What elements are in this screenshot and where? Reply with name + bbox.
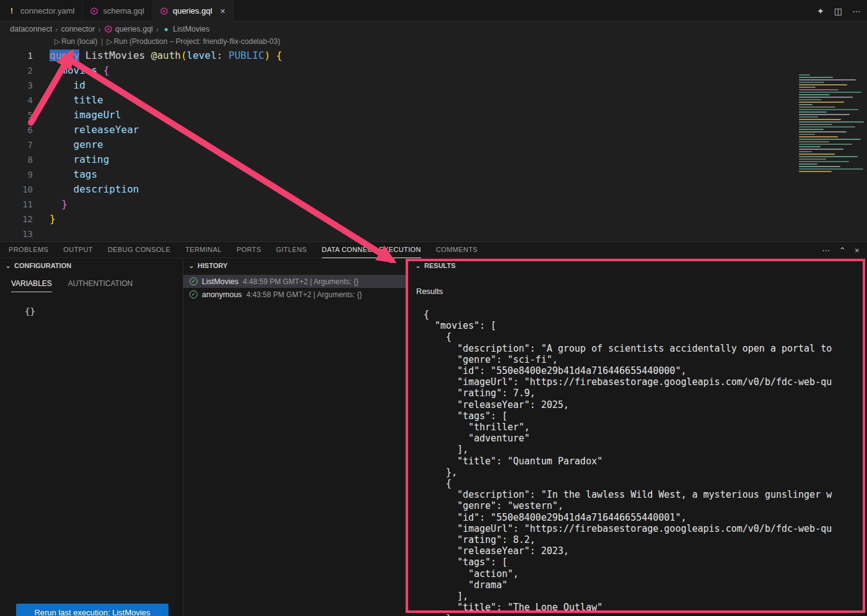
- split-editor-icon[interactable]: ◫: [834, 6, 842, 16]
- operation-icon: ◆: [162, 25, 170, 33]
- panel-close-icon[interactable]: ×: [855, 246, 860, 255]
- code-line: 6 releaseYear: [0, 123, 867, 137]
- tabs: !connector.yamlschema.gqlqueries.gql×: [0, 0, 233, 21]
- panel-actions: ⋯ ⌃ ×: [822, 242, 860, 258]
- minimap-line: [799, 99, 821, 100]
- history-header[interactable]: ⌄ HISTORY: [183, 258, 406, 273]
- tab-schema.gql[interactable]: schema.gql: [82, 0, 152, 22]
- code-text: id: [35, 78, 85, 93]
- panel-tab-output[interactable]: OUTPUT: [63, 242, 93, 258]
- panel-tab-ports[interactable]: PORTS: [237, 242, 261, 258]
- minimap-line: [799, 84, 847, 85]
- line-number: 2: [0, 63, 35, 78]
- panel-tab-comments[interactable]: COMMENTS: [436, 242, 477, 258]
- results-header[interactable]: ⌄ RESULTS: [406, 258, 867, 273]
- minimap-line: [799, 171, 832, 172]
- breadcrumb-item-connector[interactable]: connector: [61, 25, 95, 33]
- check-circle-icon: ✓: [190, 290, 198, 298]
- tab-bar: !connector.yamlschema.gqlqueries.gql× ✦ …: [0, 0, 867, 22]
- panel-tab-bar: PROBLEMSOUTPUTDEBUG CONSOLETERMINALPORTS…: [0, 242, 867, 258]
- panel-more-icon[interactable]: ⋯: [822, 246, 830, 255]
- tab-label: queries.gql: [173, 6, 212, 15]
- code-text: releaseYear: [35, 123, 139, 137]
- breadcrumb-label: connector: [61, 25, 95, 33]
- line-number: 10: [0, 182, 35, 197]
- tab-authentication[interactable]: AUTHENTICATION: [68, 279, 133, 292]
- vscode-window: !connector.yamlschema.gqlqueries.gql× ✦ …: [0, 0, 867, 616]
- variables-editor[interactable]: {}: [25, 306, 35, 316]
- line-number: 4: [0, 93, 35, 108]
- breadcrumb-item-queries.gql[interactable]: queries.gql: [104, 25, 153, 33]
- bottom-panel: PROBLEMSOUTPUTDEBUG CONSOLETERMINALPORTS…: [0, 241, 867, 616]
- panel-tab-problems[interactable]: PROBLEMS: [9, 242, 48, 258]
- code-line: 12}: [0, 212, 867, 227]
- history-row[interactable]: ✓anonymous4:43:58 PM GMT+2 | Arguments: …: [183, 288, 406, 301]
- graphql-icon: [160, 7, 168, 15]
- tab-connector.yaml[interactable]: !connector.yaml: [0, 0, 82, 22]
- code-line: 5 imageUrl: [0, 108, 867, 123]
- results-panel: ⌄ RESULTS Results { "movies": [ { "descr…: [406, 258, 867, 616]
- configuration-tabs: VARIABLES AUTHENTICATION: [0, 279, 183, 292]
- minimap-line: [799, 151, 812, 152]
- panel-tab-gitlens[interactable]: GITLENS: [276, 242, 307, 258]
- run-local-link[interactable]: ▷Run (local): [54, 37, 97, 46]
- minimap-line: [799, 149, 843, 150]
- breadcrumb-label: dataconnect: [10, 25, 52, 33]
- minimap-line: [799, 94, 830, 95]
- minimap-line: [799, 106, 835, 108]
- minimap-line: [799, 74, 810, 76]
- code-text: genre: [35, 137, 103, 152]
- breadcrumb-item-ListMovies[interactable]: ◆ListMovies: [162, 25, 209, 33]
- code-line: 10 description: [0, 182, 867, 197]
- yaml-icon: !: [7, 7, 16, 15]
- more-actions-icon[interactable]: ⋯: [852, 6, 861, 16]
- line-number: 11: [0, 197, 35, 212]
- breadcrumb-item-dataconnect[interactable]: dataconnect: [10, 25, 52, 33]
- minimap-line: [799, 163, 817, 165]
- rerun-button[interactable]: Rerun last execution: ListMovies: [16, 604, 168, 616]
- configuration-header[interactable]: ⌄ CONFIGURATION: [0, 258, 183, 273]
- sparkle-icon[interactable]: ✦: [817, 6, 824, 16]
- breadcrumb: dataconnect›connector›queries.gql›◆ListM…: [0, 22, 867, 36]
- tab-label: schema.gql: [103, 6, 144, 15]
- minimap-line: [799, 166, 840, 167]
- code-text: rating: [35, 152, 109, 167]
- panel-tab-data-connect-execution[interactable]: DATA CONNECT EXECUTION: [322, 242, 421, 258]
- panel-tab-terminal[interactable]: TERMINAL: [185, 242, 222, 258]
- code-text: }: [35, 197, 68, 212]
- code-text: title: [35, 93, 103, 108]
- history-entry-name: ListMovies: [202, 277, 238, 286]
- history-row[interactable]: ✓ListMovies4:48:59 PM GMT+2 | Arguments:…: [183, 275, 406, 288]
- tab-label: connector.yaml: [20, 6, 74, 15]
- minimap-line: [799, 97, 853, 98]
- results-json[interactable]: { "movies": [ { "description": "A group …: [424, 309, 863, 616]
- editor[interactable]: ▷Run (local) | ▷Run (Production – Projec…: [0, 36, 867, 241]
- minimap-line: [799, 119, 841, 120]
- configuration-panel: ⌄ CONFIGURATION VARIABLES AUTHENTICATION…: [0, 258, 183, 616]
- line-number: 9: [0, 167, 35, 182]
- minimap-line: [799, 161, 849, 162]
- minimap-line: [799, 111, 827, 113]
- minimap-line: [799, 79, 856, 80]
- code-line: 11 }: [0, 197, 867, 212]
- minimap-line: [799, 82, 824, 83]
- code-line: 3 id: [0, 78, 867, 93]
- codelens-separator: |: [101, 37, 103, 46]
- panel-maximize-icon[interactable]: ⌃: [839, 246, 846, 255]
- close-tab-icon[interactable]: ×: [220, 6, 225, 16]
- minimap-line: [799, 131, 847, 132]
- run-production-link[interactable]: ▷Run (Production – Project: friendly-fli…: [107, 37, 280, 46]
- tab-queries.gql[interactable]: queries.gql×: [152, 0, 233, 22]
- minimap-line: [799, 134, 815, 135]
- code-line: 13: [0, 227, 867, 241]
- history-entry-name: anonymous: [202, 290, 242, 299]
- code-text: [35, 227, 50, 241]
- code-line: 7 genre: [0, 137, 867, 152]
- minimap-line: [799, 104, 813, 105]
- minimap-line: [799, 114, 850, 115]
- minimap-line: [799, 144, 852, 145]
- tab-variables[interactable]: VARIABLES: [11, 279, 52, 292]
- panel-tab-debug-console[interactable]: DEBUG CONSOLE: [108, 242, 170, 258]
- minimap[interactable]: [794, 72, 867, 183]
- panel-body: ⌄ CONFIGURATION VARIABLES AUTHENTICATION…: [0, 258, 867, 616]
